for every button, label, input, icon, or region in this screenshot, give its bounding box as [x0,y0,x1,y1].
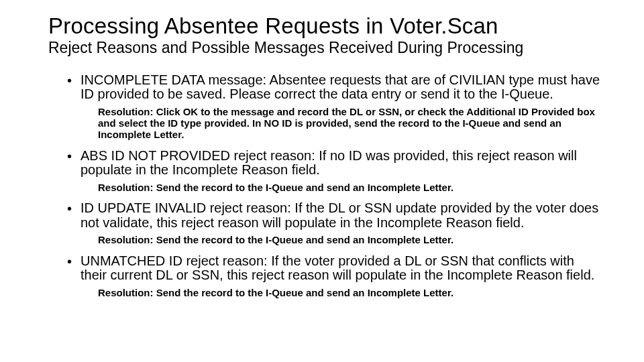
slide-subtitle: Reject Reasons and Possible Messages Rec… [48,40,604,56]
list-item: INCOMPLETE DATA message: Absentee reques… [67,73,604,141]
item-resolution: Resolution: Click OK to the message and … [98,106,604,141]
item-resolution: Resolution: Send the record to the I-Que… [98,287,604,298]
list-item: UNMATCHED ID reject reason: If the voter… [67,254,604,298]
slide-body: INCOMPLETE DATA message: Absentee reques… [48,73,604,298]
item-text: INCOMPLETE DATA message: Absentee reques… [80,73,604,102]
list-item: ABS ID NOT PROVIDED reject reason: If no… [67,149,604,193]
list-item: ID UPDATE INVALID reject reason: If the … [67,201,604,245]
bullet-list: INCOMPLETE DATA message: Absentee reques… [67,73,604,298]
item-text: UNMATCHED ID reject reason: If the voter… [80,254,604,283]
item-resolution: Resolution: Send the record to the I-Que… [98,234,604,245]
item-text: ABS ID NOT PROVIDED reject reason: If no… [80,149,604,178]
slide: Processing Absentee Requests in Voter.Sc… [0,0,644,362]
slide-title: Processing Absentee Requests in Voter.Sc… [48,15,604,38]
item-resolution: Resolution: Send the record to the I-Que… [98,182,604,193]
item-text: ID UPDATE INVALID reject reason: If the … [80,201,604,230]
